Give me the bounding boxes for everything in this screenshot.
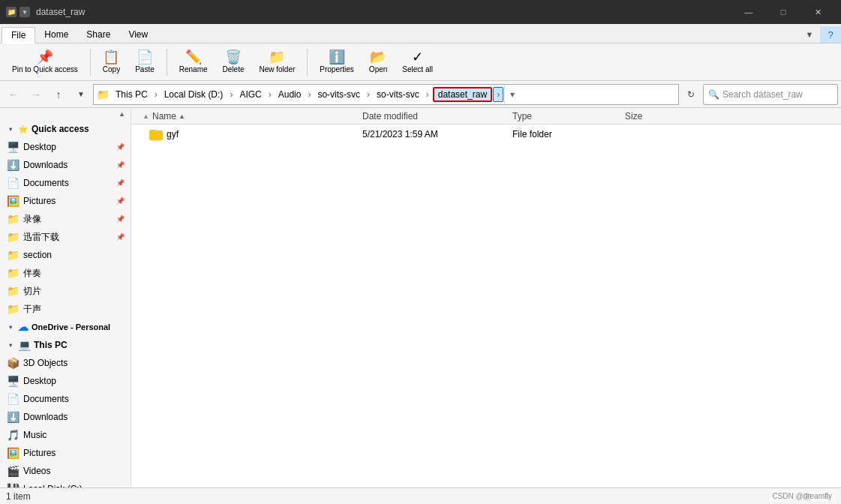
- col-header-modified[interactable]: Date modified: [359, 108, 509, 124]
- ribbon-tab-view[interactable]: View: [119, 26, 157, 43]
- ribbon-delete-button[interactable]: 🗑️ Delete: [217, 47, 251, 76]
- ribbon-body: 📌 Pin to Quick access 📋 Copy 📄 Paste ✏️ …: [0, 44, 841, 81]
- sidebar-item-banzou[interactable]: 📁 伴奏: [0, 264, 131, 282]
- pin-icon-documents: 📌: [116, 179, 125, 187]
- address-path[interactable]: 📁 This PC › Local Disk (D:) › AIGC › Aud…: [93, 84, 679, 105]
- table-row[interactable]: gyf 5/21/2023 1:59 AM File folder: [131, 124, 841, 144]
- sidebar-item-label: Downloads: [23, 160, 114, 170]
- ribbon-collapse-button[interactable]: ▼: [799, 26, 820, 43]
- sidebar-item-pictures[interactable]: 🖼️ Pictures 📌: [0, 192, 131, 210]
- sidebar-item-downloads[interactable]: ⬇️ Downloads 📌: [0, 156, 131, 174]
- sidebar-item-label: Local Disk (C:): [23, 484, 125, 488]
- downloads-pc-icon: ⬇️: [6, 410, 20, 424]
- back-button[interactable]: ←: [3, 84, 24, 105]
- forward-button[interactable]: →: [26, 84, 47, 105]
- local-disk-c-icon: 💾: [6, 482, 20, 488]
- ribbon-properties-button[interactable]: ℹ️ Properties: [314, 47, 360, 76]
- help-button[interactable]: ?: [820, 26, 841, 43]
- recent-locations-button[interactable]: ▼: [71, 84, 92, 105]
- sidebar-item-downloads-pc[interactable]: ⬇️ Downloads: [0, 408, 131, 426]
- sidebar-item-section[interactable]: 📁 section: [0, 246, 131, 264]
- sidebar-item-label: Music: [23, 430, 125, 440]
- desktop-pc-icon: 🖥️: [6, 374, 20, 388]
- sidebar-item-label: 迅雷下载: [23, 231, 114, 244]
- desktop-icon: 🖥️: [6, 140, 20, 154]
- up-button[interactable]: ↑: [48, 84, 69, 105]
- sidebar-item-desktop[interactable]: 🖥️ Desktop 📌: [0, 138, 131, 156]
- path-segment-aigc[interactable]: AIGC ›: [236, 88, 275, 101]
- path-segment-so-vits-svc-2[interactable]: so-vits-svc ›: [374, 88, 433, 101]
- maximize-button[interactable]: □: [766, 0, 800, 24]
- title-bar: 📁 ▼ dataset_raw — □ ✕: [0, 0, 841, 24]
- ribbon-tabs: File Home Share View ▼ ?: [0, 24, 841, 44]
- sidebar-item-label: 3D Objects: [23, 358, 125, 368]
- ribbon-tab-home[interactable]: Home: [35, 26, 77, 43]
- pin-icon-xunlei: 📌: [116, 233, 125, 241]
- sidebar-item-xunlei[interactable]: 📁 迅雷下载 📌: [0, 228, 131, 246]
- col-header-name[interactable]: Name ▲: [149, 108, 359, 124]
- quick-access-star-icon: ⭐: [18, 124, 29, 134]
- sidebar-item-local-disk-c[interactable]: 💾 Local Disk (C:): [0, 480, 131, 488]
- path-segment-so-vits-svc-1[interactable]: so-vits-svc ›: [314, 88, 374, 101]
- select-icon: ✓: [412, 50, 423, 64]
- ribbon-newfolder-button[interactable]: 📁 New folder: [253, 47, 301, 76]
- sidebar-item-luziang[interactable]: 📁 录像 📌: [0, 210, 131, 228]
- app-icon-folder: 📁: [6, 7, 17, 17]
- sidebar-item-label: 伴奏: [23, 267, 125, 280]
- sidebar-item-documents-pc[interactable]: 📄 Documents: [0, 390, 131, 408]
- sidebar-item-documents[interactable]: 📄 Documents 📌: [0, 174, 131, 192]
- sidebar-item-label: Documents: [23, 394, 125, 404]
- path-dropdown-button[interactable]: ▾: [504, 84, 519, 105]
- path-segment-audio[interactable]: Audio ›: [275, 88, 315, 101]
- sidebar-item-qiepian[interactable]: 📁 切片: [0, 282, 131, 300]
- new-folder-icon: 📁: [269, 50, 285, 64]
- ribbon-paste-button[interactable]: 📄 Paste: [129, 47, 161, 76]
- ribbon-rename-button[interactable]: ✏️ Rename: [173, 47, 214, 76]
- sidebar-item-label: Desktop: [23, 376, 125, 386]
- sidebar-item-pictures-pc[interactable]: 🖼️ Pictures: [0, 444, 131, 462]
- folder-icon-qiepian: 📁: [6, 284, 20, 298]
- sidebar-item-desktop-pc[interactable]: 🖥️ Desktop: [0, 372, 131, 390]
- col-header-type[interactable]: Type: [509, 108, 622, 124]
- search-placeholder: Search dataset_raw: [722, 89, 803, 100]
- sidebar-item-videos-pc[interactable]: 🎬 Videos: [0, 462, 131, 480]
- path-segment-dataset-raw[interactable]: dataset_raw ›: [433, 87, 504, 102]
- refresh-button[interactable]: ↻: [680, 84, 701, 105]
- sidebar-item-gansheng[interactable]: 📁 干声: [0, 300, 131, 318]
- sidebar-item-label: 切片: [23, 285, 125, 298]
- thispc-expand-icon: ▾: [6, 340, 15, 350]
- ribbon-copy-button[interactable]: 📋 Copy: [97, 47, 126, 76]
- ribbon-open-button[interactable]: 📂 Open: [363, 47, 393, 76]
- sidebar-scroll-up[interactable]: ▲: [116, 110, 128, 118]
- ribbon-select-button[interactable]: ✓ Select all: [396, 47, 439, 76]
- pin-icon-downloads: 📌: [116, 161, 125, 169]
- sidebar-onedrive-header[interactable]: ▾ ☁ OneDrive - Personal: [0, 318, 131, 336]
- ribbon-tab-share[interactable]: Share: [77, 26, 119, 43]
- ribbon-pin-button[interactable]: 📌 Pin to Quick access: [6, 47, 84, 76]
- file-cell-type: File folder: [509, 129, 622, 140]
- rename-icon: ✏️: [185, 50, 202, 64]
- open-icon: 📂: [370, 50, 386, 64]
- branding-label: CSDN @dreamfly: [769, 491, 835, 501]
- path-segment-this-pc[interactable]: This PC ›: [113, 88, 161, 101]
- search-icon: 🔍: [708, 89, 719, 100]
- sort-indicator: ▲: [143, 112, 149, 120]
- sidebar-item-label: Pictures: [23, 448, 125, 458]
- sidebar-item-label: 干声: [23, 303, 125, 316]
- ribbon-tab-file[interactable]: File: [2, 27, 35, 44]
- path-folder-icon: 📁: [97, 88, 110, 100]
- folder-icon-section: 📁: [6, 248, 20, 262]
- close-button[interactable]: ✕: [800, 0, 835, 24]
- sidebar-item-label: section: [23, 250, 125, 260]
- onedrive-label: OneDrive - Personal: [32, 322, 110, 332]
- path-segment-local-disk-d[interactable]: Local Disk (D:) ›: [161, 88, 237, 101]
- documents-pc-icon: 📄: [6, 392, 20, 406]
- minimize-button[interactable]: —: [731, 0, 766, 24]
- sidebar-item-music-pc[interactable]: 🎵 Music: [0, 426, 131, 444]
- search-box[interactable]: 🔍 Search dataset_raw: [703, 84, 838, 105]
- col-header-size[interactable]: Size: [622, 108, 697, 124]
- sidebar-thispc-header[interactable]: ▾ 💻 This PC: [0, 336, 131, 354]
- sidebar-item-3dobjects[interactable]: 📦 3D Objects: [0, 354, 131, 372]
- music-pc-icon: 🎵: [6, 428, 20, 442]
- sidebar-quick-access-header[interactable]: ▾ ⭐ Quick access: [0, 120, 131, 138]
